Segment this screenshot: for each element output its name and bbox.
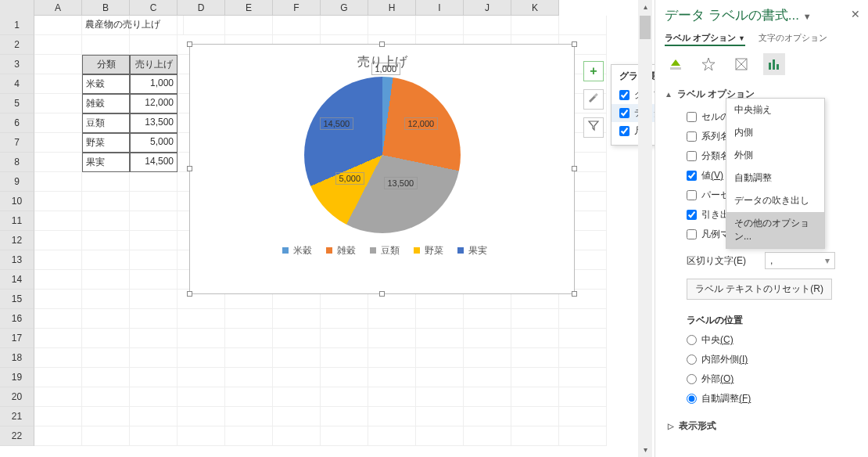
cell[interactable] [321,426,368,446]
data-label-beans[interactable]: 13,500 [384,177,418,189]
row-header[interactable]: 1 [0,16,34,35]
data-label-fruit[interactable]: 14,500 [320,117,354,130]
cell[interactable] [273,426,321,446]
cell[interactable] [34,309,82,329]
cell[interactable] [178,426,225,446]
cell[interactable] [321,368,368,387]
legend-item[interactable]: 果実 [453,245,487,256]
cell[interactable] [178,368,225,387]
checkbox[interactable] [687,210,697,220]
chart-elements-button[interactable]: + [583,61,604,81]
cell[interactable] [82,309,130,329]
cell[interactable] [82,329,130,348]
resize-handle[interactable] [187,291,192,297]
col-header[interactable]: I [416,0,464,16]
cell[interactable] [34,270,82,290]
cell[interactable] [34,153,82,172]
cell[interactable] [416,348,464,368]
row-header[interactable]: 19 [0,368,34,387]
cell[interactable] [82,231,130,250]
cell[interactable] [559,426,607,446]
cell[interactable] [559,309,607,329]
label-position-radio-row[interactable]: 外部(O) [665,369,859,389]
cell[interactable] [321,329,368,348]
cell[interactable] [34,192,82,211]
data-labels-checkbox[interactable] [619,108,629,118]
cell[interactable] [416,368,464,387]
legend-item[interactable]: 豆類 [365,245,400,256]
cell[interactable] [511,16,559,35]
cell[interactable] [34,407,82,426]
cell[interactable] [34,35,82,55]
chart-title-checkbox[interactable] [619,90,629,100]
cell[interactable] [130,270,178,290]
cell[interactable] [34,211,82,231]
cell[interactable] [416,16,464,35]
col-header[interactable]: B [82,0,130,16]
cell[interactable] [416,329,464,348]
cell[interactable] [416,387,464,407]
cell[interactable] [321,348,368,368]
col-header[interactable]: G [321,0,368,16]
table-header-sales[interactable]: 売り上げ [130,55,178,74]
size-props-icon[interactable] [730,53,752,75]
cell[interactable] [416,426,464,446]
legend-checkbox[interactable] [619,126,629,136]
cell[interactable] [273,407,321,426]
cell[interactable] [34,250,82,270]
table-cell[interactable]: 5,000 [130,133,178,153]
chart-legend[interactable]: 米穀雑穀豆類野菜果実 [190,244,574,257]
cell[interactable] [511,426,559,446]
col-header[interactable]: A [34,0,82,16]
cell[interactable] [178,348,225,368]
resize-handle[interactable] [379,291,385,297]
resize-handle[interactable] [572,166,577,171]
table-cell[interactable]: 13,500 [130,113,178,133]
cell[interactable] [178,329,225,348]
cell[interactable] [82,290,130,309]
cell[interactable] [130,309,178,329]
cell[interactable] [225,387,273,407]
cell[interactable] [34,74,82,94]
cell[interactable] [82,407,130,426]
cell[interactable] [511,329,559,348]
cell[interactable] [130,192,178,211]
label-options-icon[interactable] [763,53,785,75]
cell[interactable] [225,16,273,35]
chart-filters-button[interactable] [583,117,604,138]
row-header[interactable]: 5 [0,94,34,113]
cell[interactable] [368,348,416,368]
row-header[interactable]: 12 [0,231,34,250]
pie-chart-object[interactable]: 売り上げ 1,000 12,000 13,500 5,000 14,500 米穀… [189,44,575,294]
label-position-radio-row[interactable]: 内部外側(I) [665,350,859,369]
select-all-corner[interactable] [0,0,34,16]
cell[interactable] [368,309,416,329]
close-pane-button[interactable]: ✕ [851,8,860,20]
submenu-item[interactable]: その他のオプション... [726,212,824,248]
cell[interactable] [464,387,511,407]
cell[interactable] [464,426,511,446]
row-header[interactable]: 8 [0,153,34,172]
scroll-up-button[interactable]: ▴ [638,0,652,14]
table-cell[interactable]: 野菜 [82,133,130,153]
submenu-item[interactable]: 自動調整 [726,167,824,189]
table-cell[interactable]: 豆類 [82,113,130,133]
cell[interactable] [321,309,368,329]
cell[interactable] [34,133,82,153]
cell[interactable] [130,329,178,348]
label-position-radio-row[interactable]: 自動調整(F) [665,389,859,408]
cell[interactable] [464,368,511,387]
cell[interactable] [273,348,321,368]
cell[interactable] [273,16,321,35]
col-header[interactable]: H [368,0,416,16]
cell[interactable] [34,94,82,113]
cell[interactable] [130,387,178,407]
cell[interactable] [368,387,416,407]
resize-handle[interactable] [572,291,577,297]
row-header[interactable]: 16 [0,309,34,329]
cell[interactable] [464,329,511,348]
cell[interactable] [368,368,416,387]
cell[interactable] [225,407,273,426]
cell[interactable] [559,16,607,35]
cell[interactable] [130,35,178,55]
